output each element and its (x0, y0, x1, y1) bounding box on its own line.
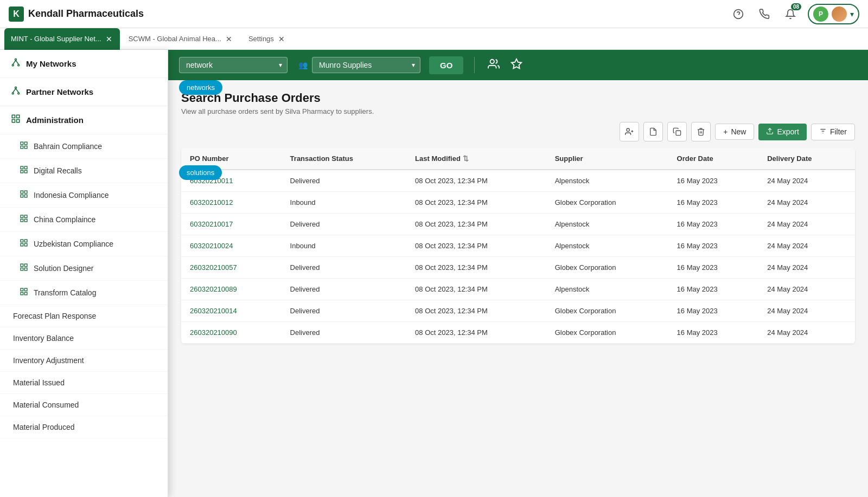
table-toolbar: + New Export Filter (168, 115, 868, 148)
svg-line-10 (13, 88, 16, 93)
po-link[interactable]: 260320210014 (190, 307, 237, 315)
copy-icon-button[interactable] (667, 122, 687, 141)
sidebar-item-indonesia-compliance[interactable]: Indonesia Compliance (0, 183, 168, 208)
tab-scwm[interactable]: SCWM - Global Animal Hea... ✕ (122, 28, 240, 50)
sidebar-item-material-produced[interactable]: Material Produced (0, 416, 168, 438)
table-header-row: PO Number Transaction Status Last Modifi… (181, 148, 855, 170)
export-button[interactable]: Export (758, 124, 806, 140)
cell-po-number: 60320210011 (181, 170, 282, 192)
cell-supplier: Globex Corporation (546, 257, 668, 279)
material-consumed-label: Material Consumed (13, 401, 79, 409)
page-title-area: Search Purchase Orders View all purchase… (168, 80, 868, 115)
user-initial-avatar: P (813, 7, 828, 22)
po-link[interactable]: 260320210090 (190, 328, 237, 337)
svg-rect-34 (21, 243, 23, 246)
tab-mint[interactable]: MINT - Global Supplier Net... ✕ (4, 28, 120, 50)
sidebar-item-inventory-adjustment[interactable]: Inventory Adjustment (0, 350, 168, 372)
document-icon-button[interactable] (643, 122, 663, 141)
sidebar-item-inventory-balance[interactable]: Inventory Balance (0, 327, 168, 350)
po-link[interactable]: 60320210011 (190, 177, 233, 185)
go-button[interactable]: GO (429, 56, 463, 74)
svg-rect-37 (24, 264, 27, 267)
cell-po-number: 260320210014 (181, 300, 282, 322)
support-button[interactable] (756, 5, 773, 23)
cell-status: Delivered (282, 170, 407, 192)
help-button[interactable] (730, 5, 747, 23)
svg-point-2 (15, 59, 17, 60)
col-transaction-status: Transaction Status (282, 148, 407, 170)
svg-rect-26 (21, 195, 23, 197)
sidebar-item-partner-networks[interactable]: Partner Networks (0, 78, 168, 106)
sidebar-item-digital-recalls[interactable]: Digital Recalls (0, 159, 168, 183)
svg-rect-12 (12, 115, 15, 118)
svg-rect-43 (24, 292, 27, 295)
supplier-select[interactable]: Munro Supplies (312, 57, 420, 73)
cell-delivery-date: 24 May 2024 (758, 192, 855, 214)
po-link[interactable]: 60320210012 (190, 198, 233, 206)
cell-order-date: 16 May 2023 (668, 170, 759, 192)
sidebar-item-transform-catalog[interactable]: Transform Catalog (0, 281, 168, 305)
filter-button[interactable]: Filter (811, 124, 855, 140)
table-row: 60320210024 Inbound 08 Oct 2023, 12:34 P… (181, 235, 855, 257)
delete-icon-button[interactable] (691, 122, 711, 141)
add-user-icon-button[interactable] (620, 122, 639, 141)
sidebar-item-forecast-plan[interactable]: Forecast Plan Response (0, 305, 168, 327)
cell-status: Delivered (282, 300, 407, 322)
cell-po-number: 260320210057 (181, 257, 282, 279)
network-select[interactable]: network (179, 57, 288, 73)
users-icon-button[interactable] (486, 56, 502, 75)
sidebar-item-material-consumed[interactable]: Material Consumed (0, 394, 168, 416)
svg-rect-30 (21, 219, 23, 222)
new-plus-icon: + (723, 127, 727, 136)
tab-mint-close[interactable]: ✕ (105, 34, 113, 44)
po-link[interactable]: 260320210057 (190, 263, 237, 272)
cell-order-date: 16 May 2023 (668, 192, 759, 214)
cell-delivery-date: 24 May 2024 (758, 322, 855, 344)
inventory-adjustment-label: Inventory Adjustment (13, 356, 84, 365)
sidebar-item-material-issued[interactable]: Material Issued (0, 372, 168, 394)
transform-catalog-label: Transform Catalog (34, 288, 96, 297)
star-icon-button[interactable] (508, 56, 525, 75)
page-title: Search Purchase Orders (181, 91, 855, 105)
svg-point-4 (18, 64, 20, 66)
sidebar-item-solution-designer[interactable]: Solution Designer (0, 256, 168, 281)
sidebar-item-my-networks[interactable]: My Networks (0, 50, 168, 78)
tab-scwm-close[interactable]: ✕ (225, 34, 233, 44)
user-menu-button[interactable]: P ▾ (808, 4, 859, 24)
cell-modified: 08 Oct 2023, 12:34 PM (406, 257, 546, 279)
digital-recalls-label: Digital Recalls (34, 166, 82, 175)
po-link[interactable]: 60320210017 (190, 220, 233, 228)
svg-point-46 (627, 128, 629, 131)
svg-point-44 (490, 59, 494, 63)
cell-modified: 08 Oct 2023, 12:34 PM (406, 235, 546, 257)
cell-po-number: 60320210024 (181, 235, 282, 257)
cell-modified: 08 Oct 2023, 12:34 PM (406, 279, 546, 300)
cell-supplier: Alpenstock (546, 170, 668, 192)
new-button[interactable]: + New (715, 124, 754, 140)
tab-settings-close[interactable]: ✕ (277, 34, 286, 44)
cell-order-date: 16 May 2023 (668, 300, 759, 322)
tab-settings[interactable]: Settings ✕ (242, 28, 292, 50)
cell-delivery-date: 24 May 2024 (758, 170, 855, 192)
svg-rect-27 (24, 195, 27, 197)
svg-rect-23 (24, 170, 27, 173)
cell-order-date: 16 May 2023 (668, 214, 759, 235)
material-issued-label: Material Issued (13, 378, 65, 387)
sidebar-item-administration[interactable]: Administration (0, 106, 168, 134)
sidebar-item-uzbekistan-compliance[interactable]: Uzbekistan Compliance (0, 232, 168, 256)
po-link[interactable]: 260320210089 (190, 285, 237, 293)
china-icon (20, 214, 28, 225)
svg-rect-22 (21, 170, 23, 173)
cell-po-number: 260320210089 (181, 279, 282, 300)
cell-modified: 08 Oct 2023, 12:34 PM (406, 300, 546, 322)
svg-rect-18 (21, 146, 23, 149)
po-link[interactable]: 60320210024 (190, 242, 233, 250)
cell-supplier: Globex Corporation (546, 300, 668, 322)
sidebar-item-bahrain-compliance[interactable]: Bahrain Compliance (0, 134, 168, 159)
col-last-modified[interactable]: Last Modified ⇅ (406, 148, 546, 170)
transform-catalog-icon (20, 287, 28, 298)
table-row: 60320210012 Inbound 08 Oct 2023, 12:34 P… (181, 192, 855, 214)
notification-button[interactable]: 08 (782, 5, 799, 23)
sidebar-item-china-compliance[interactable]: China Complaince (0, 208, 168, 232)
svg-rect-36 (21, 264, 23, 267)
